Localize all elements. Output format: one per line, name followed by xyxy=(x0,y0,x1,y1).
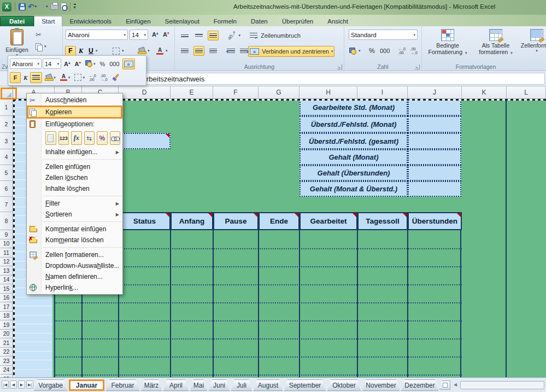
row-header-10[interactable]: 10 xyxy=(0,239,13,249)
row-header-15[interactable]: 15 xyxy=(0,284,13,294)
ribbon-tab-uberprufen[interactable]: Überprüfen xyxy=(275,16,321,26)
menu-item-sortieren[interactable]: Sortieren▶ xyxy=(27,209,122,220)
number-dialog-launcher[interactable]: ↘ xyxy=(415,65,420,69)
summary-value-cell[interactable] xyxy=(408,133,461,149)
column-header-f[interactable]: F xyxy=(213,86,259,99)
sheet-tab-februar[interactable]: Februar xyxy=(106,379,139,391)
shrink-font-button[interactable]: A xyxy=(161,30,171,39)
table-header-status[interactable]: Status xyxy=(119,212,171,230)
wrap-text-button[interactable]: Zeilenumbruch xyxy=(248,31,302,40)
mini-format-painter-button[interactable] xyxy=(110,72,121,83)
row-header-8[interactable]: 8 xyxy=(0,212,13,230)
menu-item-inhalte-loschen[interactable]: Inhalte löschen xyxy=(27,183,122,194)
mini-font-color-button[interactable]: A▾ xyxy=(58,72,72,83)
summary-label-cell[interactable]: Gehalt (Monat & Überstd.) xyxy=(300,181,408,197)
mini-accounting-button[interactable]: ▾ xyxy=(84,58,97,69)
row-header-1[interactable]: 1 xyxy=(0,99,13,116)
summary-value-cell[interactable] xyxy=(408,99,461,116)
grow-font-button[interactable]: A xyxy=(150,30,160,39)
paste-option-link[interactable] xyxy=(110,131,121,145)
table-header-anfang[interactable]: Anfang xyxy=(171,212,213,230)
conditional-formatting-button[interactable]: Bedingte Formatierung ▾ xyxy=(424,28,471,65)
menu-item-filter[interactable]: Filter▶ xyxy=(27,198,122,209)
sheet-tab-juni[interactable]: Juni xyxy=(209,379,230,391)
ribbon-tab-ansicht[interactable]: Ansicht xyxy=(320,16,355,26)
mini-align-center-button[interactable] xyxy=(30,72,42,83)
align-right-button[interactable] xyxy=(208,46,219,56)
menu-item-dropdown-auswahlliste[interactable]: Dropdown-Auswahlliste... xyxy=(27,260,122,271)
summary-label-cell[interactable]: Überstd./Fehlstd. (Monat) xyxy=(300,116,408,133)
menu-item-kommentar-einfugen[interactable]: Kommentar einfügen xyxy=(27,224,122,235)
align-left-button[interactable] xyxy=(179,46,190,56)
copy-button[interactable]: ▾ xyxy=(34,42,48,51)
mini-font-name-select[interactable]: Aharoni▾ xyxy=(10,58,42,69)
sheet-tab-september[interactable]: September xyxy=(284,379,326,391)
alignment-dialog-launcher[interactable]: ↘ xyxy=(337,65,342,69)
summary-value-cell[interactable] xyxy=(408,149,461,165)
next-sheet-button[interactable]: ▶ xyxy=(18,381,25,389)
table-header-ende[interactable]: Ende xyxy=(259,212,300,230)
ribbon-tab-entwicklertools[interactable]: Entwicklertools xyxy=(62,16,119,26)
bold-button[interactable]: F xyxy=(65,46,76,56)
table-header-tagessoll[interactable]: Tagessoll xyxy=(357,212,408,230)
summary-value-cell[interactable] xyxy=(408,116,461,133)
mini-fill-color-button[interactable]: ▾ xyxy=(43,72,57,83)
row-header-16[interactable]: 16 xyxy=(0,294,13,303)
orientation-button[interactable]: ab↗▾ xyxy=(225,31,242,40)
redo-button[interactable]: ↷▾ xyxy=(39,2,48,11)
sheet-tab-januar[interactable]: Januar xyxy=(69,379,104,391)
summary-value-cell[interactable] xyxy=(408,181,461,197)
mini-italic-button[interactable]: K xyxy=(22,72,29,83)
column-header-d[interactable]: D xyxy=(119,86,171,99)
paste-option-formulas[interactable]: fx xyxy=(71,131,82,145)
insert-worksheet-tab[interactable] xyxy=(439,381,450,390)
row-header-19[interactable]: 19 xyxy=(0,320,13,330)
column-header-i[interactable]: I xyxy=(357,86,408,99)
cell-styles-button[interactable]: Zellenformat ▾ xyxy=(520,28,546,65)
column-header-h[interactable]: H xyxy=(300,86,357,99)
align-bottom-button[interactable] xyxy=(208,31,219,40)
sheet-tab-vorgabe[interactable]: Vorgabe xyxy=(34,379,67,391)
column-header-e[interactable]: E xyxy=(171,86,213,99)
font-color-button[interactable]: A▾ xyxy=(155,46,169,56)
decrease-indent-button[interactable] xyxy=(225,46,237,56)
mini-bold-button[interactable]: F xyxy=(10,72,21,83)
paste-option-formatting[interactable]: % xyxy=(97,131,108,145)
accounting-format-button[interactable]: ▾ xyxy=(348,46,362,56)
row-header-2[interactable]: 2 xyxy=(0,116,13,133)
table-header-pause[interactable]: Pause xyxy=(213,212,259,230)
horizontal-scrollbar[interactable] xyxy=(460,381,544,389)
mini-font-size-select[interactable]: 14▾ xyxy=(43,58,61,69)
sheet-tab-dezember[interactable]: Dezember xyxy=(401,379,438,391)
save-button[interactable] xyxy=(19,2,26,11)
menu-item-inhalte-einfugen[interactable]: Inhalte einfügen...▶ xyxy=(27,147,122,157)
underline-button[interactable]: U▾ xyxy=(87,46,99,56)
row-header-22[interactable]: 22 xyxy=(0,348,13,357)
row-header-20[interactable]: 20 xyxy=(0,330,13,339)
borders-button[interactable]: ▾ xyxy=(111,46,126,56)
sheet-tab-oktober[interactable]: Oktober xyxy=(327,379,361,391)
percent-style-button[interactable]: % xyxy=(367,46,377,56)
font-size-select[interactable]: 14▾ xyxy=(130,30,148,40)
align-top-button[interactable] xyxy=(179,31,190,40)
ribbon-tab-daten[interactable]: Daten xyxy=(244,16,275,26)
row-header-3[interactable]: 3 xyxy=(0,133,13,149)
menu-item-zellen-formatieren[interactable]: Zellen formatieren... xyxy=(27,249,122,260)
formula-input[interactable]: rbeitszeitnachweis xyxy=(138,73,545,85)
row-header-11[interactable]: 11 xyxy=(0,248,13,258)
sheet-tab-mai[interactable]: Mai xyxy=(190,379,207,391)
row-header-5[interactable]: 5 xyxy=(0,165,13,181)
row-header-7[interactable]: 7 xyxy=(0,197,13,212)
menu-item-zellen-einfugen[interactable]: Zellen einfügen xyxy=(27,161,122,172)
last-sheet-button[interactable]: ▶| xyxy=(26,381,33,389)
fill-color-button[interactable]: ▾ xyxy=(136,46,151,56)
summary-value-cell[interactable] xyxy=(408,165,461,181)
column-header-k[interactable]: K xyxy=(462,86,507,99)
row-header-12[interactable]: 12 xyxy=(0,258,13,267)
menu-item-ausschneiden[interactable]: Ausschneiden xyxy=(27,95,122,106)
number-format-select[interactable]: Standard▾ xyxy=(349,30,418,40)
sheet-tab-august[interactable]: August xyxy=(254,379,283,391)
mini-comma-button[interactable]: 000 xyxy=(108,58,121,69)
mini-decrease-decimal-button[interactable]: ,00 →,0 xyxy=(99,72,109,83)
comma-style-button[interactable]: 000 xyxy=(378,46,391,56)
